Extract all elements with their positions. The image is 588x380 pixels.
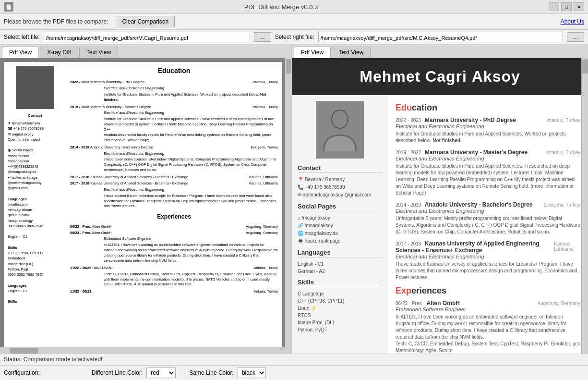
edu-entry-bachelors: 2014 - 2019 Anadolu University - Bachelo… xyxy=(396,201,580,235)
right-file-label: Select right file: xyxy=(275,34,314,40)
right-contact-info: 📍 Bavaria / Germany 📞 +49 176 36678599 ✉… xyxy=(298,176,382,199)
title-bar: 📄 PDF Diff and Merge v0.0.3 − □ ✕ xyxy=(0,0,588,14)
experiences-section-title: Experiences xyxy=(396,286,580,296)
education-section-title: Education xyxy=(396,103,580,113)
left-tab-pdf-view[interactable]: Pdf View xyxy=(2,47,39,58)
right-skills-list: C Language C++ (CPP98, CPP11) Linux ⚡ RT… xyxy=(298,290,382,333)
resume-body: Contact 📍 Bavaria / Germany 📞 +49 176 36… xyxy=(292,95,588,354)
right-browse-button[interactable]: ... xyxy=(567,32,584,42)
right-social-info: ⌂ /mcagriaksoy 🔗 /mcagriaksoy 🌐 mcagriak… xyxy=(298,214,382,245)
right-skills-title: Skills xyxy=(298,279,382,287)
status-bar: Status: Comparison mode is activated! xyxy=(0,354,588,365)
right-panel: Pdf View Text View Mehmet Cagri Aksoy xyxy=(292,45,588,354)
edu-entry-phd: 2022 - 2023 Marmara University - PhD Deg… xyxy=(396,117,580,144)
svg-point-1 xyxy=(332,110,348,128)
right-scrollbar[interactable] xyxy=(581,58,588,354)
same-color-label: Same Line Color: xyxy=(189,369,234,376)
edu-entry-masters: 2019 - 2022 Marmara University - Master'… xyxy=(396,149,580,196)
browse-label: Please browse the PDF files to compare: xyxy=(4,18,108,25)
resume-photo xyxy=(316,101,364,159)
resume-main-col: Education 2022 - 2023 Marmara University… xyxy=(388,95,588,354)
left-education-content: 2022 - 2023 Marmara Üniversity - PhD Deg… xyxy=(70,80,278,294)
left-photo xyxy=(16,66,54,109)
menu-bar: Please browse the PDF files to compare: … xyxy=(0,14,588,30)
left-sidebar-col: Contact ✦ Bavaria/Germany ☎ +49 176 3667… xyxy=(4,62,66,308)
about-link[interactable]: About Us xyxy=(561,18,584,25)
left-pdf-name: Education xyxy=(70,66,278,76)
resume-sidebar-col: Contact 📍 Bavaria / Germany 📞 +49 176 36… xyxy=(292,95,388,354)
close-button[interactable]: ✕ xyxy=(574,2,584,11)
right-contact-title: Contact xyxy=(298,164,382,173)
diff-color-select[interactable]: red blue green xyxy=(146,368,176,378)
left-panel: Pdf View X-ray Diff Text View Co xyxy=(0,45,292,354)
main-content: Pdf View X-ray Diff Text View Co xyxy=(0,45,588,354)
left-h-scrollbar[interactable] xyxy=(0,347,285,354)
left-pdf-area[interactable]: Contact ✦ Bavaria/Germany ☎ +49 176 3667… xyxy=(0,58,291,354)
minimize-button[interactable]: − xyxy=(549,2,559,11)
left-tab-xray-diff[interactable]: X-ray Diff xyxy=(40,47,78,58)
restore-button[interactable]: □ xyxy=(561,2,572,11)
contact-email: mehmetcagriaksoy @gmail.com xyxy=(303,192,371,197)
right-languages-list: English - C1 German - A2 xyxy=(298,260,382,275)
app-title: PDF Diff and Merge v0.0.3 xyxy=(13,3,549,11)
left-pdf-two-col: Contact ✦ Bavaria/Germany ☎ +49 176 3667… xyxy=(4,62,282,308)
same-color-select[interactable]: black white gray xyxy=(238,368,266,378)
right-pdf-content: Mehmet Cagri Aksoy xyxy=(292,58,588,354)
clear-comparison-button[interactable]: Clear Comparison xyxy=(116,16,175,27)
right-tab-text-view[interactable]: Text View xyxy=(332,47,371,58)
right-pdf-area[interactable]: Mehmet Cagri Aksoy xyxy=(292,58,588,354)
app-icon: 📄 xyxy=(4,2,13,12)
resume-header: Mehmet Cagri Aksoy xyxy=(292,58,588,95)
left-pdf-page: Contact ✦ Bavaria/Germany ☎ +49 176 3667… xyxy=(4,62,282,354)
left-tab-text-view[interactable]: Text View xyxy=(79,47,118,58)
left-contact-title: Contact xyxy=(8,113,62,119)
config-bar: Configuration: Different Line Color: red… xyxy=(0,365,588,380)
file-row: Select left file: /home/mcagriaksoy/diff… xyxy=(0,30,588,45)
left-tab-bar: Pdf View X-ray Diff Text View xyxy=(0,45,291,58)
left-scrollbar[interactable] xyxy=(285,58,291,354)
left-contact-info: ✦ Bavaria/Germany ☎ +49 176 36678599 ✉ a… xyxy=(8,121,62,305)
status-label: Status: xyxy=(4,356,22,363)
right-social-title: Social Pages xyxy=(298,203,382,211)
edu-entry-erasmus: 2017 - 2018 Kaunas University of Applied… xyxy=(396,240,580,281)
resume-last-name: Aksoy xyxy=(472,68,520,85)
diff-color-label: Different Line Color: xyxy=(92,369,143,376)
left-browse-button[interactable]: ... xyxy=(254,32,271,42)
contact-phone: +49 176 36678599 xyxy=(305,184,345,190)
config-label: Configuration: xyxy=(4,369,40,376)
left-file-label: Select left file: xyxy=(4,34,40,40)
exp-entry-alten: 06/23 - Pres. Alten GmbH Augsburg, Germa… xyxy=(396,300,580,354)
right-tab-pdf-view[interactable]: Pdf View xyxy=(294,47,331,58)
right-languages-title: Languages xyxy=(298,249,382,257)
resume-name: Mehmet Cagri Aksoy xyxy=(306,68,574,86)
right-tab-bar: Pdf View Text View xyxy=(292,45,588,58)
contact-location: Bavaria / Germany xyxy=(305,177,345,182)
resume-first-name: Mehmet Cagri xyxy=(360,68,467,85)
left-file-input[interactable]: /home/mcagriaksoy/diff_merge_pdf/src/M.C… xyxy=(44,32,250,42)
right-file-input[interactable]: /home/mcagriaksoy/diff_merge_pdf/src/M.C… xyxy=(318,32,563,42)
left-main-col: Education 2022 - 2023 Marmara Üniversity… xyxy=(66,62,282,308)
person-silhouette-icon xyxy=(321,106,359,154)
status-message: Comparison mode is activated! xyxy=(24,356,103,363)
window-controls: − □ ✕ xyxy=(549,2,584,11)
